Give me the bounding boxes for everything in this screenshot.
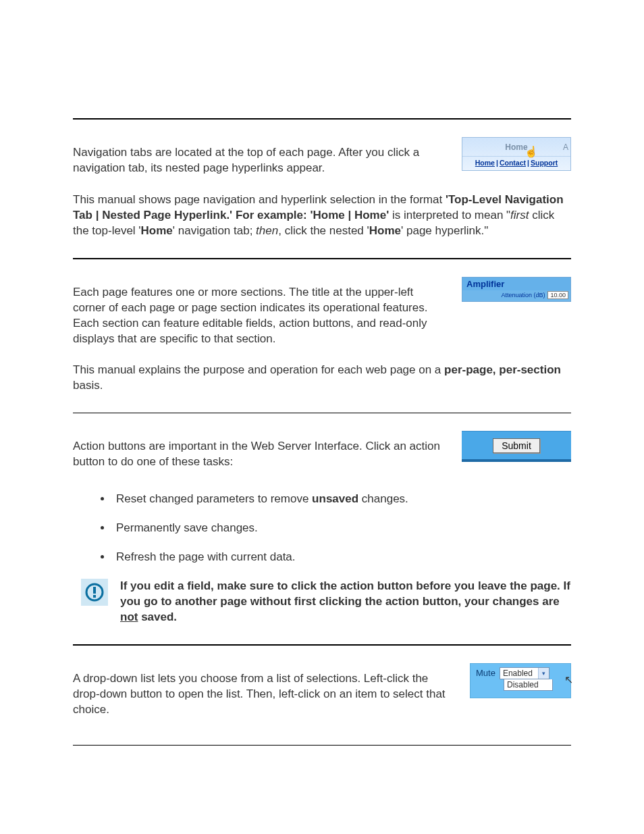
text: Reset changed parameters to remove <box>116 492 312 505</box>
warning-text: If you edit a field, make sure to click … <box>120 579 571 625</box>
nav-link-contact: Contact <box>500 159 526 167</box>
nav-link-sep: | <box>527 159 529 167</box>
section-rule <box>73 413 571 413</box>
cursor-arrow-icon: ↖ <box>564 673 573 686</box>
text: is interpreted to mean " <box>389 209 510 221</box>
mute-select[interactable]: Enabled ▾ <box>500 667 549 679</box>
action-tasks-list: Reset changed parameters to remove unsav… <box>73 492 571 565</box>
mute-option-disabled[interactable]: Disabled <box>504 679 553 691</box>
cursor-hand-icon: ☝ <box>525 145 538 158</box>
section-rule <box>73 118 571 120</box>
warning-callout: If you edit a field, make sure to click … <box>81 579 571 625</box>
text-bold: per-page, per-section <box>444 363 561 376</box>
submit-button-illustration: Submit <box>462 431 571 462</box>
nav-link-support: Support <box>531 159 558 167</box>
text: This manual shows page navigation and hy… <box>73 193 446 206</box>
section-rule <box>73 258 571 259</box>
dropdown-illustration: Mute Enabled ▾ Disabled ↖ <box>470 663 571 698</box>
text-italic: first <box>510 209 529 221</box>
text: basis. <box>73 379 103 392</box>
text: , click the nested ' <box>278 224 369 237</box>
text-bold: Home <box>369 224 401 237</box>
section-dropdown: A drop-down list lets you choose from a … <box>73 663 571 726</box>
section-rule <box>73 644 571 646</box>
nav-intro-text: Navigation tabs are located at the top o… <box>73 145 448 176</box>
svg-rect-1 <box>93 587 96 594</box>
mute-selected-option: Enabled <box>500 668 538 679</box>
list-item: Refresh the page with current data. <box>112 550 571 565</box>
text: saved. <box>138 610 177 623</box>
action-intro-text: Action buttons are important in the Web … <box>73 439 448 470</box>
amplifier-section-illustration: Amplifier Attenuation (dB) 10.00 <box>462 277 571 302</box>
text: ' navigation tab; <box>173 224 256 237</box>
svg-rect-2 <box>93 595 96 598</box>
amp-attenuation-value: 10.00 <box>547 291 568 299</box>
sections-intro-text: Each page features one or more sections.… <box>73 285 448 347</box>
nav-tabs-illustration: Home A ☝ Home | Contact | Support <box>462 137 571 171</box>
text: If you edit a field, make sure to click … <box>120 579 570 608</box>
sections-basis-text: This manual explains the purpose and ope… <box>73 363 571 394</box>
nav-tab-edge: A <box>563 142 568 152</box>
text: This manual explains the purpose and ope… <box>73 363 444 376</box>
submit-button[interactable]: Submit <box>493 438 540 453</box>
text-bold: unsaved <box>312 492 358 505</box>
amp-title: Amplifier <box>462 278 570 290</box>
text-italic: then <box>256 224 278 237</box>
section-rule <box>73 745 571 746</box>
document-page: Navigation tabs are located at the top o… <box>0 0 644 800</box>
text-underline: not <box>120 610 138 623</box>
section-navigation: Navigation tabs are located at the top o… <box>73 137 571 239</box>
list-item: Permanently save changes. <box>112 521 571 536</box>
nav-link-home: Home <box>475 159 495 167</box>
text: ' page hyperlink." <box>401 224 488 237</box>
section-action-buttons: Action buttons are important in the Web … <box>73 431 571 625</box>
nav-link-sep: | <box>496 159 498 167</box>
dropdown-intro-text: A drop-down list lets you choose from a … <box>73 671 456 718</box>
text-bold: Home <box>141 224 173 237</box>
text: changes. <box>358 492 408 505</box>
nav-format-text: This manual shows page navigation and hy… <box>73 192 571 239</box>
amp-attenuation-label: Attenuation (dB) <box>501 292 545 298</box>
list-item: Reset changed parameters to remove unsav… <box>112 492 571 507</box>
mute-label: Mute <box>476 668 495 678</box>
chevron-down-icon[interactable]: ▾ <box>538 668 549 679</box>
warning-icon <box>81 579 108 606</box>
section-page-sections: Each page features one or more sections.… <box>73 277 571 394</box>
